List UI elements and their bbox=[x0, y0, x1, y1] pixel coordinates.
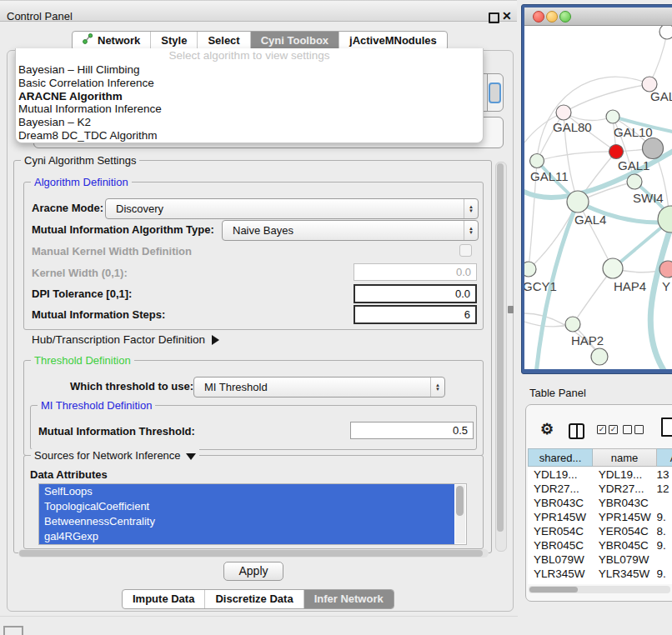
table-row[interactable]: YBR043CYBR043C bbox=[528, 496, 672, 510]
table-cell[interactable]: YBR043C bbox=[594, 496, 657, 510]
table-cell[interactable]: 13 bbox=[657, 468, 672, 482]
float-window-icon[interactable] bbox=[489, 12, 499, 23]
table-cell[interactable]: YIL052C bbox=[594, 581, 657, 584]
algorithm-option[interactable]: Bayesian – K2 bbox=[16, 116, 483, 129]
settings-vertical-scrollbar[interactable] bbox=[495, 162, 507, 552]
dpi-tolerance-field[interactable]: 0.0 bbox=[354, 284, 477, 303]
tab-infer-network[interactable]: Infer Network bbox=[304, 590, 394, 608]
table-cell[interactable]: YDR27... bbox=[528, 482, 594, 496]
network-node[interactable] bbox=[524, 262, 536, 277]
expand-right-icon[interactable] bbox=[212, 335, 219, 345]
table-cell[interactable]: 9 bbox=[657, 581, 672, 584]
apply-button[interactable]: Apply bbox=[223, 562, 283, 581]
table-body[interactable]: YDL19...YDL19...13YDR27...YDR27...12YBR0… bbox=[528, 468, 672, 584]
table-row[interactable]: YIL052CYIL052C9 bbox=[528, 581, 672, 584]
settings-horizontal-scrollbar[interactable] bbox=[18, 549, 489, 558]
table-cell[interactable]: YBR043C bbox=[528, 496, 594, 510]
table-row[interactable]: YER054CYER054C8. bbox=[528, 524, 672, 538]
network-node[interactable] bbox=[603, 258, 623, 278]
network-node[interactable] bbox=[567, 191, 589, 212]
network-node[interactable] bbox=[556, 105, 571, 120]
network-window-titlebar[interactable] bbox=[524, 8, 672, 26]
table-cell[interactable]: 12 bbox=[657, 482, 672, 496]
tab-cyni-toolbox[interactable]: Cyni Toolbox bbox=[251, 32, 339, 50]
mi-type-combo[interactable]: Naive Bayes ▲▼ bbox=[222, 220, 479, 241]
table-cell[interactable]: YBR045C bbox=[594, 538, 657, 552]
algorithm-option[interactable]: Bayesian – Hill Climbing bbox=[16, 63, 483, 77]
select-all-columns-icon[interactable]: ✓✓ bbox=[597, 425, 618, 434]
table-row[interactable]: YBR045CYBR045C9. bbox=[528, 538, 672, 552]
hub-definition-toggle[interactable]: Hub/Transcription Factor Definition bbox=[32, 333, 219, 346]
tab-network[interactable]: Network bbox=[73, 32, 151, 50]
close-traffic-light[interactable] bbox=[533, 11, 544, 22]
network-node[interactable] bbox=[643, 138, 664, 159]
mi-steps-field[interactable]: 6 bbox=[354, 305, 477, 324]
table-row[interactable]: YBL079WYBL079W bbox=[528, 552, 672, 567]
export-table-icon[interactable] bbox=[661, 418, 672, 437]
algorithm-option[interactable]: ARACNE Algorithm bbox=[16, 90, 483, 103]
table-cell[interactable]: YBL079W bbox=[528, 552, 594, 567]
column-header-third[interactable]: A bbox=[657, 448, 672, 467]
bottom-left-widget[interactable] bbox=[3, 626, 23, 635]
table-cell[interactable]: YLR345W bbox=[528, 567, 594, 581]
column-header-name[interactable]: name bbox=[593, 448, 657, 467]
deselect-all-columns-icon[interactable] bbox=[623, 425, 644, 434]
attribute-item[interactable]: TopologicalCoefficient bbox=[39, 499, 454, 514]
table-row[interactable]: YDR27...YDR27...12 bbox=[528, 482, 672, 496]
table-cell[interactable]: YDL19... bbox=[528, 468, 594, 482]
network-node[interactable] bbox=[530, 154, 544, 168]
split-pane-grip[interactable] bbox=[508, 306, 514, 313]
table-cell[interactable]: YDR27... bbox=[594, 482, 657, 496]
attribute-item[interactable]: BetweennessCentrality bbox=[39, 514, 454, 529]
zoom-traffic-light[interactable] bbox=[559, 11, 571, 22]
network-node[interactable] bbox=[609, 145, 624, 159]
tab-jactivemnodules[interactable]: jActiveMNodules bbox=[339, 32, 447, 50]
network-canvas[interactable]: GALGAL80GAL10GAL1GAL11SWI4GAL4GCY1HAP4YH… bbox=[524, 26, 672, 369]
manual-kernel-checkbox[interactable] bbox=[459, 244, 472, 257]
table-cell[interactable]: 9. bbox=[657, 510, 672, 524]
table-row[interactable]: YPR145WYPR145W9. bbox=[528, 510, 672, 524]
aracne-mode-combo[interactable]: Discovery ▲▼ bbox=[105, 198, 479, 219]
attribute-item[interactable]: SelfLoops bbox=[39, 484, 454, 499]
tab-style[interactable]: Style bbox=[151, 32, 198, 50]
minimize-traffic-light[interactable] bbox=[546, 11, 558, 22]
table-cell[interactable]: YER054C bbox=[594, 524, 657, 538]
table-cell[interactable]: YLR345W bbox=[594, 567, 657, 581]
table-cell[interactable]: YER054C bbox=[528, 524, 594, 538]
attributes-scrollbar[interactable] bbox=[455, 485, 465, 543]
tab-discretize-data[interactable]: Discretize Data bbox=[205, 590, 303, 608]
collapse-down-icon[interactable] bbox=[186, 453, 196, 460]
table-cell[interactable]: YIL052C bbox=[528, 581, 594, 584]
mi-threshold-field[interactable]: 0.5 bbox=[350, 422, 474, 439]
data-attributes-list[interactable]: SelfLoopsTopologicalCoefficientBetweenne… bbox=[38, 483, 467, 545]
table-cell[interactable]: 9. bbox=[657, 567, 672, 581]
close-panel-icon[interactable]: ✕ bbox=[502, 9, 512, 22]
table-cell[interactable]: YPR145W bbox=[594, 510, 657, 524]
algorithm-option[interactable]: Basic Correlation Inference bbox=[16, 77, 483, 90]
columns-icon[interactable] bbox=[569, 423, 584, 439]
table-cell[interactable] bbox=[657, 552, 672, 567]
kernel-width-field[interactable]: 0.0 bbox=[354, 263, 477, 281]
network-node[interactable] bbox=[627, 174, 642, 189]
attribute-item[interactable]: gal4RGexp bbox=[39, 529, 454, 544]
network-node[interactable] bbox=[591, 348, 608, 365]
table-row[interactable]: YLR345WYLR345W9. bbox=[528, 567, 672, 581]
table-cell[interactable] bbox=[657, 496, 672, 510]
tab-impute-data[interactable]: Impute Data bbox=[123, 590, 205, 608]
table-cell[interactable]: YDL19... bbox=[594, 468, 657, 482]
combo-stepper[interactable] bbox=[487, 74, 503, 111]
network-node[interactable] bbox=[606, 110, 619, 123]
table-cell[interactable]: YBL079W bbox=[594, 552, 657, 567]
column-header-shared-name[interactable]: shared... bbox=[528, 448, 593, 467]
table-row[interactable]: YDL19...YDL19...13 bbox=[528, 468, 672, 482]
gear-icon[interactable]: ⚙ bbox=[540, 420, 554, 438]
which-threshold-combo[interactable]: MI Threshold ▲▼ bbox=[193, 377, 445, 398]
network-node[interactable] bbox=[659, 26, 672, 39]
tab-select[interactable]: Select bbox=[198, 32, 250, 50]
algorithm-option[interactable]: Mutual Information Inference bbox=[16, 102, 483, 116]
algorithm-option[interactable]: Dream8 DC_TDC Algorithm bbox=[16, 129, 483, 142]
table-cell[interactable]: 9. bbox=[657, 538, 672, 552]
network-node[interactable] bbox=[565, 317, 580, 332]
table-cell[interactable]: YBR045C bbox=[528, 538, 594, 552]
table-horizontal-scrollbar[interactable] bbox=[529, 586, 670, 593]
